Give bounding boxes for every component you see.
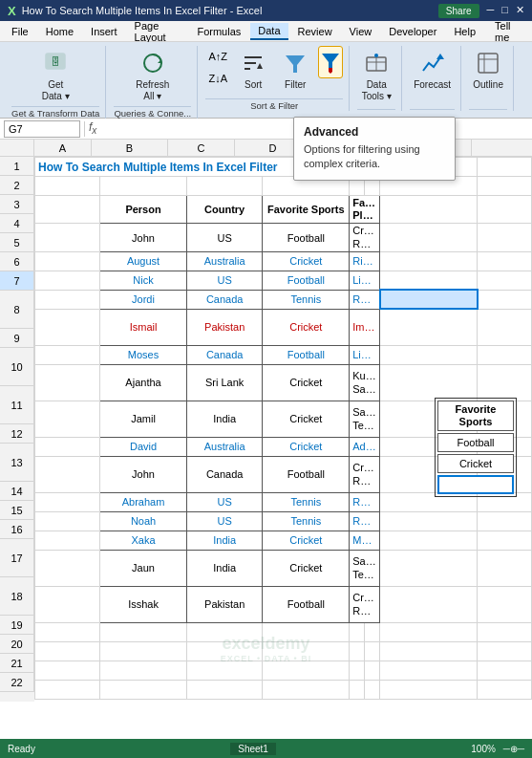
cell-b6[interactable]: Nick	[100, 271, 187, 290]
cell-a5[interactable]	[35, 251, 100, 271]
cell-e13[interactable]: CristianoRonaldo	[350, 456, 380, 492]
cell-e10[interactable]: KumarSangakara	[350, 364, 380, 401]
cell-e5[interactable]: Ricky Ponting	[350, 251, 380, 271]
sort-button[interactable]: Sort	[234, 46, 272, 93]
cell-g9[interactable]	[380, 345, 478, 364]
cell-a3[interactable]	[35, 196, 100, 224]
cell-b18[interactable]: Isshak	[100, 586, 187, 622]
filter-button[interactable]: Filter	[276, 46, 314, 93]
cell-d14[interactable]: Tennis	[263, 492, 350, 511]
filter-sidebar-football[interactable]: Football	[437, 433, 514, 452]
cell-e15[interactable]: Roger Federer	[350, 511, 380, 531]
cell-h6[interactable]	[478, 271, 532, 290]
menu-data[interactable]: Data	[250, 23, 287, 40]
cell-c13[interactable]: Canada	[186, 456, 262, 492]
cell-b16[interactable]: Xaka	[100, 531, 187, 550]
cell-e7[interactable]: Rafael Nadal	[350, 290, 380, 309]
cell-c10[interactable]: Sri Lank	[186, 364, 262, 401]
cell-b3[interactable]: Person	[100, 196, 187, 224]
advanced-filter-button[interactable]	[318, 46, 343, 78]
cell-b10[interactable]: Ajantha	[100, 364, 187, 401]
cell-c4[interactable]: US	[186, 224, 262, 251]
cell-a12[interactable]	[35, 437, 100, 456]
cell-h16[interactable]	[478, 531, 532, 550]
cell-b9[interactable]: Moses	[100, 345, 187, 364]
cell-c15[interactable]: US	[186, 511, 262, 531]
maximize-icon[interactable]: □	[501, 4, 508, 18]
cell-g8[interactable]	[380, 309, 478, 345]
cell-b7[interactable]: Jordi	[100, 290, 187, 309]
cell-c14[interactable]: US	[186, 492, 262, 511]
cell-e12[interactable]: Adam Gilchrist	[350, 437, 380, 456]
cell-a7[interactable]	[35, 290, 100, 309]
cell-b17[interactable]: Jaun	[100, 550, 187, 586]
cell-d17[interactable]: Cricket	[263, 550, 350, 586]
cell-h3[interactable]	[478, 196, 532, 224]
menu-home[interactable]: Home	[38, 24, 81, 39]
cell-c8[interactable]: Pakistan	[186, 309, 262, 345]
cell-a13[interactable]	[35, 456, 100, 492]
sort-az-button[interactable]: A↑Z	[205, 46, 230, 67]
cell-d9[interactable]: Football	[263, 345, 350, 364]
menu-review[interactable]: Review	[290, 24, 340, 39]
cell-b4[interactable]: John	[100, 224, 187, 251]
menu-insert[interactable]: Insert	[83, 24, 125, 39]
cell-c9[interactable]: Canada	[186, 345, 262, 364]
cell-a8[interactable]	[35, 309, 100, 345]
menu-formulas[interactable]: Formulas	[189, 24, 248, 39]
cell-a18[interactable]	[35, 586, 100, 622]
cell-h18[interactable]	[478, 586, 532, 622]
cell-h15[interactable]	[478, 511, 532, 531]
menu-help[interactable]: Help	[446, 24, 483, 39]
cell-h5[interactable]	[478, 251, 532, 271]
cell-c3[interactable]: Country	[186, 196, 262, 224]
cell-g6[interactable]	[380, 271, 478, 290]
cell-e9[interactable]: Lionel Messi	[350, 345, 380, 364]
cell-b15[interactable]: Noah	[100, 511, 187, 531]
cell-e17[interactable]: SachinTendulkar	[350, 550, 380, 586]
cell-d12[interactable]: Cricket	[263, 437, 350, 456]
cell-e16[interactable]: MS Dhoni	[350, 531, 380, 550]
cell-a2[interactable]	[35, 177, 100, 196]
col-header-b[interactable]: B	[92, 140, 168, 156]
outline-button[interactable]: Outline	[469, 46, 507, 93]
menu-developer[interactable]: Developer	[381, 24, 444, 39]
filter-sidebar-cricket[interactable]: Cricket	[437, 454, 514, 473]
cell-d5[interactable]: Cricket	[263, 251, 350, 271]
minimize-icon[interactable]: ─	[487, 4, 495, 18]
sort-za-button[interactable]: Z↓A	[205, 68, 230, 89]
cell-a4[interactable]	[35, 224, 100, 251]
status-sheet-tabs[interactable]: Sheet1	[230, 743, 276, 755]
cell-g4[interactable]	[380, 224, 478, 251]
cell-g15[interactable]	[380, 511, 478, 531]
cell-h9[interactable]	[478, 345, 532, 364]
cell-e4[interactable]: CristianoRonaldo	[350, 224, 380, 251]
cell-c12[interactable]: Australia	[186, 437, 262, 456]
cell-e3[interactable]: Favorite Player	[350, 196, 380, 224]
cell-a11[interactable]	[35, 401, 100, 437]
cell-g5[interactable]	[380, 251, 478, 271]
cell-g17[interactable]	[380, 550, 478, 586]
cell-a14[interactable]	[35, 492, 100, 511]
cell-b2[interactable]	[100, 177, 187, 196]
cell-h8[interactable]	[478, 309, 532, 345]
cell-a16[interactable]	[35, 531, 100, 550]
cell-g7[interactable]	[380, 290, 478, 309]
cell-d3[interactable]: Favorite Sports	[263, 196, 350, 224]
cell-e11[interactable]: SachinTendulkar	[350, 401, 380, 437]
cell-g3[interactable]	[380, 196, 478, 224]
cell-h1[interactable]	[478, 158, 532, 177]
col-header-c[interactable]: C	[168, 140, 235, 156]
cell-g18[interactable]	[380, 586, 478, 622]
cell-b13[interactable]: John	[100, 456, 187, 492]
cell-h7[interactable]	[478, 290, 532, 309]
cell-b5[interactable]: August	[100, 251, 187, 271]
cell-c11[interactable]: India	[186, 401, 262, 437]
cell-h17[interactable]	[478, 550, 532, 586]
menu-file[interactable]: File	[4, 24, 36, 39]
cell-g16[interactable]	[380, 531, 478, 550]
cell-b11[interactable]: Jamil	[100, 401, 187, 437]
cell-e18[interactable]: CristianoRonaldo	[350, 586, 380, 622]
cell-b12[interactable]: David	[100, 437, 187, 456]
get-data-button[interactable]: 🗄 GetData ▾	[36, 46, 74, 104]
